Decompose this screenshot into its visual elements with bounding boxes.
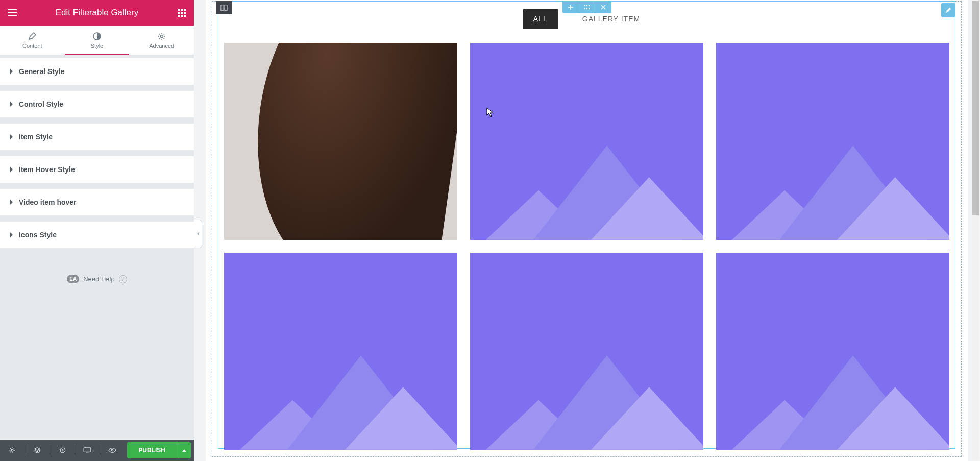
image-placeholder-icon xyxy=(716,253,949,450)
gallery-filter-tabs: ALL GALLERY ITEM xyxy=(206,9,968,29)
svg-point-10 xyxy=(588,5,589,6)
publish-button[interactable]: PUBLISH xyxy=(127,442,177,458)
svg-point-8 xyxy=(584,5,585,6)
mouse-cursor-icon xyxy=(486,107,494,119)
section-item-style[interactable]: Item Style xyxy=(0,124,194,150)
history-icon xyxy=(59,447,66,454)
monitor-icon xyxy=(83,447,91,453)
section-label: Video item hover xyxy=(19,198,77,206)
filter-tab-gallery-item[interactable]: GALLERY ITEM xyxy=(572,9,650,29)
ea-badge: EA xyxy=(67,275,79,283)
section-video-item-hover[interactable]: Video item hover xyxy=(0,189,194,215)
gallery-item[interactable] xyxy=(716,253,949,450)
section-label: General Style xyxy=(19,67,65,76)
gallery-item-image xyxy=(224,43,457,240)
tab-label: Advanced xyxy=(149,43,174,49)
chevron-right-icon xyxy=(10,102,13,107)
droplet-contrast-icon xyxy=(92,32,102,41)
section-item-hover-style[interactable]: Item Hover Style xyxy=(0,156,194,183)
need-help-link[interactable]: EA Need Help ? xyxy=(0,254,194,304)
chevron-right-icon xyxy=(10,232,13,237)
need-help-label: Need Help xyxy=(83,275,114,283)
chevron-right-icon xyxy=(10,69,13,74)
gear-icon xyxy=(9,447,16,454)
editor-canvas: ALL GALLERY ITEM xyxy=(206,0,968,461)
section-label: Control Style xyxy=(19,100,63,108)
filterable-gallery-grid xyxy=(224,43,949,450)
gallery-item[interactable] xyxy=(470,253,703,450)
scrollbar-track[interactable] xyxy=(972,1,979,460)
navigator-button[interactable] xyxy=(25,440,50,461)
panel-collapse-handle[interactable] xyxy=(194,220,202,248)
svg-point-1 xyxy=(160,35,163,37)
image-placeholder-icon xyxy=(224,253,457,450)
image-placeholder-icon xyxy=(470,253,703,450)
gallery-item[interactable] xyxy=(224,43,457,240)
gear-icon xyxy=(157,32,166,41)
image-placeholder-icon xyxy=(716,43,949,240)
section-label: Icons Style xyxy=(19,231,57,239)
eye-icon xyxy=(108,447,116,453)
preview-button[interactable] xyxy=(100,440,125,461)
svg-point-2 xyxy=(11,449,13,451)
help-icon: ? xyxy=(119,275,127,283)
section-control-style[interactable]: Control Style xyxy=(0,91,194,117)
tab-advanced[interactable]: Advanced xyxy=(129,26,194,55)
section-label: Item Style xyxy=(19,133,53,141)
editor-panel: Edit Filterable Gallery Content Style Ad… xyxy=(0,0,194,461)
svg-rect-4 xyxy=(84,448,91,452)
hamburger-menu-button[interactable] xyxy=(0,0,24,26)
responsive-button[interactable] xyxy=(75,440,100,461)
panel-tabs: Content Style Advanced xyxy=(0,26,194,55)
tab-style[interactable]: Style xyxy=(65,26,130,55)
widgets-grid-button[interactable] xyxy=(169,0,194,26)
publish-group: PUBLISH xyxy=(127,442,191,458)
sections-list: General Style Control Style Item Style I… xyxy=(0,55,194,440)
scrollbar-thumb[interactable] xyxy=(972,1,979,215)
filter-tab-all[interactable]: ALL xyxy=(523,9,558,29)
history-button[interactable] xyxy=(50,440,75,461)
layers-icon xyxy=(34,447,41,454)
section-icons-style[interactable]: Icons Style xyxy=(0,222,194,248)
grid-icon xyxy=(178,9,186,17)
settings-button[interactable] xyxy=(0,440,24,461)
image-placeholder-icon xyxy=(470,43,703,240)
panel-title: Edit Filterable Gallery xyxy=(56,8,139,18)
hamburger-icon xyxy=(8,9,17,16)
chevron-right-icon xyxy=(10,134,13,139)
chevron-right-icon xyxy=(10,167,13,172)
section-general-style[interactable]: General Style xyxy=(0,58,194,85)
svg-point-5 xyxy=(111,449,113,451)
section-label: Item Hover Style xyxy=(19,165,75,174)
publish-dropdown-button[interactable] xyxy=(177,442,191,458)
gallery-item[interactable] xyxy=(470,43,703,240)
panel-header: Edit Filterable Gallery xyxy=(0,0,194,26)
tab-content[interactable]: Content xyxy=(0,26,65,55)
tab-label: Style xyxy=(91,43,103,49)
tab-label: Content xyxy=(22,43,42,49)
svg-point-9 xyxy=(586,5,587,6)
panel-footer: PUBLISH xyxy=(0,440,194,461)
pencil-icon xyxy=(28,32,37,41)
chevron-right-icon xyxy=(10,200,13,205)
chevron-up-icon xyxy=(182,449,186,452)
gallery-item[interactable] xyxy=(224,253,457,450)
chevron-left-icon xyxy=(197,232,199,236)
gallery-item[interactable] xyxy=(716,43,949,240)
